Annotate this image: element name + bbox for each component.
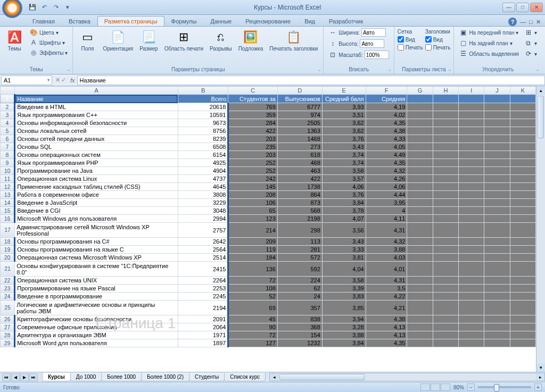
cell[interactable]	[407, 277, 433, 285]
cell[interactable]	[459, 293, 484, 301]
cell[interactable]	[407, 183, 433, 191]
zoom-slider[interactable]	[478, 386, 531, 388]
cell[interactable]: Криптографические основы безопасности	[15, 315, 178, 323]
cell[interactable]	[510, 159, 535, 167]
row-header[interactable]: 1	[1, 95, 15, 103]
cell[interactable]: 4,19	[366, 103, 407, 111]
cell[interactable]	[510, 262, 535, 277]
cell[interactable]	[484, 238, 510, 246]
cell[interactable]	[433, 183, 458, 191]
cell[interactable]: Язык программирования C++	[15, 111, 178, 119]
row-header[interactable]: 5	[1, 127, 15, 135]
cell[interactable]: 3,62	[322, 119, 366, 127]
cell[interactable]: 4,22	[366, 293, 407, 301]
cell[interactable]	[510, 207, 535, 215]
help-icon[interactable]: ?	[508, 18, 517, 26]
cell[interactable]	[459, 135, 484, 143]
cell[interactable]	[459, 315, 484, 323]
row-header[interactable]: 25	[1, 301, 15, 315]
width-select[interactable]	[361, 28, 386, 37]
cell[interactable]: 3,56	[322, 223, 366, 238]
cell[interactable]	[407, 339, 433, 347]
cell[interactable]: Всего	[178, 95, 228, 103]
cell[interactable]	[459, 254, 484, 262]
office-button[interactable]	[2, 0, 22, 18]
cell[interactable]	[510, 183, 535, 191]
cell[interactable]: 90	[228, 323, 277, 331]
cell[interactable]	[433, 331, 458, 339]
send-back-button[interactable]: ▢На задний план ▾	[457, 38, 521, 48]
selection-pane-button[interactable]: ☰Область выделения	[457, 49, 521, 59]
column-header[interactable]: C	[228, 87, 277, 95]
column-header[interactable]: F	[366, 87, 407, 95]
cell[interactable]: 4,32	[366, 167, 407, 175]
cell[interactable]	[433, 103, 458, 111]
cell[interactable]	[407, 143, 433, 151]
cell[interactable]	[459, 323, 484, 331]
cell[interactable]	[459, 277, 484, 285]
cell[interactable]: 873	[277, 199, 322, 207]
cell[interactable]: 359	[228, 111, 277, 119]
cell[interactable]: 974	[277, 111, 322, 119]
fx-icon[interactable]: fx	[68, 77, 77, 84]
cell[interactable]	[484, 95, 510, 103]
row-header[interactable]: 13	[1, 191, 15, 199]
cell[interactable]: 4737	[178, 175, 228, 183]
cell[interactable]: 468	[277, 159, 322, 167]
cell[interactable]	[484, 119, 510, 127]
margins-button[interactable]: ▭Поля	[76, 28, 98, 53]
cell[interactable]: 2253	[178, 285, 228, 293]
cell[interactable]: 2514	[178, 254, 228, 262]
cell[interactable]: 3,93	[322, 103, 366, 111]
cell[interactable]	[459, 119, 484, 127]
cell[interactable]	[433, 315, 458, 323]
cell[interactable]: Основы программирования на языке C	[15, 246, 178, 254]
cell[interactable]: 4,02	[366, 111, 407, 119]
cell[interactable]	[433, 159, 458, 167]
cell[interactable]: 4,31	[366, 277, 407, 285]
ribbon-tab-5[interactable]: Рецензирование	[238, 16, 298, 26]
cell[interactable]: 1468	[277, 135, 322, 143]
cell[interactable]	[433, 215, 458, 223]
cell[interactable]: 113	[277, 238, 322, 246]
cell[interactable]: 4,06	[366, 183, 407, 191]
cell[interactable]	[484, 111, 510, 119]
cell[interactable]: 1363	[277, 127, 322, 135]
cell[interactable]	[484, 254, 510, 262]
size-button[interactable]: 📃Размер	[137, 28, 160, 53]
cell[interactable]: 154	[277, 331, 322, 339]
cell[interactable]: Операционная система UNIX	[15, 277, 178, 285]
cell[interactable]: 6777	[277, 103, 322, 111]
cell[interactable]	[407, 215, 433, 223]
scale-select[interactable]	[365, 51, 389, 59]
sheet-tab[interactable]: Более 1000	[101, 373, 142, 381]
ribbon-tab-7[interactable]: Разработчик	[322, 16, 370, 26]
spreadsheet-grid[interactable]: Страница 1 ABCDEFGHIJK1НазваниеВсегоСтуд…	[0, 86, 536, 372]
zoom-in-button[interactable]: +	[534, 383, 542, 391]
cell[interactable]: 6508	[178, 143, 228, 151]
row-header[interactable]: 29	[1, 339, 15, 347]
cell[interactable]	[459, 143, 484, 151]
cell[interactable]: 2064	[178, 323, 228, 331]
cell[interactable]: Основы конфигурирования в системе "1C:Пр…	[15, 262, 178, 277]
cell[interactable]: 45	[228, 315, 277, 323]
background-button[interactable]: 🖼️Подложка	[236, 28, 266, 53]
cell[interactable]: 4,38	[366, 127, 407, 135]
cell[interactable]: 4,06	[322, 183, 366, 191]
cell[interactable]: 3,51	[322, 111, 366, 119]
cell[interactable]	[407, 323, 433, 331]
cell[interactable]: 123	[228, 215, 277, 223]
cell[interactable]: 214	[228, 223, 277, 238]
cell[interactable]: 2642	[178, 238, 228, 246]
cell[interactable]: 2415	[178, 262, 228, 277]
cell[interactable]: 3,33	[322, 246, 366, 254]
cell[interactable]: 4,13	[366, 323, 407, 331]
cell[interactable]: Введение в JavaScript	[15, 199, 178, 207]
cell[interactable]: 618	[277, 151, 322, 159]
cell[interactable]: 224	[277, 277, 322, 285]
cancel-formula-icon[interactable]: ✕	[55, 77, 60, 84]
column-header[interactable]: G	[407, 87, 433, 95]
cell[interactable]	[510, 339, 535, 347]
cell[interactable]: 252	[228, 159, 277, 167]
zoom-out-button[interactable]: −	[467, 383, 475, 391]
